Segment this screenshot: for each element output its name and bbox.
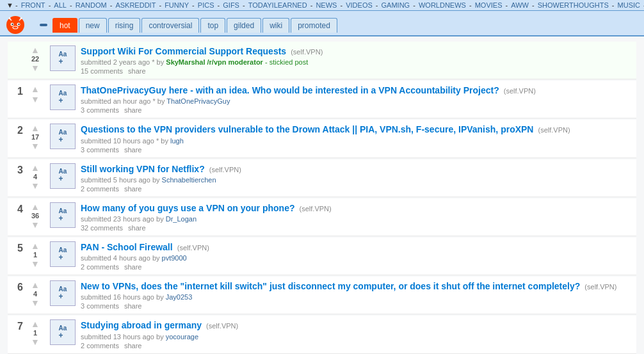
tab-hot[interactable]: hot bbox=[52, 18, 77, 33]
topnav-link-videos[interactable]: VIDEOS bbox=[346, 1, 373, 9]
post-title[interactable]: How many of you guys use a VPN on your p… bbox=[81, 203, 294, 213]
post-actions: 15 commentsshare bbox=[81, 67, 634, 75]
post-thumbnail: Aa+ bbox=[50, 202, 76, 228]
upvote-button[interactable]: ▲ bbox=[31, 124, 40, 133]
author-link[interactable]: yocourage bbox=[166, 333, 198, 341]
downvote-button[interactable]: ▼ bbox=[31, 259, 40, 268]
post-title[interactable]: Still working VPN for Netflix? bbox=[81, 164, 205, 174]
share-link[interactable]: share bbox=[124, 263, 142, 271]
topnav-link-movies[interactable]: MOVIES bbox=[475, 1, 503, 9]
downvote-button[interactable]: ▼ bbox=[31, 220, 40, 229]
top-navigation: ▼ - FRONT - ALL - RANDOM - ASKREDDIT - F… bbox=[0, 0, 644, 11]
post-domain: (self.VPN) bbox=[583, 283, 616, 291]
upvote-button[interactable]: ▲ bbox=[31, 163, 40, 172]
downvote-button[interactable]: ▼ bbox=[31, 141, 40, 150]
topnav-link-funny[interactable]: FUNNY bbox=[165, 1, 189, 9]
post-actions: 32 commentsshare bbox=[81, 224, 634, 232]
topnav-link-aww[interactable]: AWW bbox=[511, 1, 529, 9]
vote-count: 22 bbox=[31, 55, 39, 63]
topnav-link-music[interactable]: MUSIC bbox=[618, 1, 640, 9]
comments-link[interactable]: 2 comments bbox=[81, 185, 119, 193]
post-row: 1▲▼Aa+ThatOnePrivacyGuy here - with an i… bbox=[8, 81, 636, 118]
downvote-button[interactable]: ▼ bbox=[31, 298, 40, 307]
share-link[interactable]: share bbox=[124, 146, 142, 154]
comments-link[interactable]: 15 comments bbox=[81, 67, 123, 75]
topnav-link-all[interactable]: ALL bbox=[54, 1, 67, 9]
subreddit-tabs: hotnewrisingcontroversialtopgildedwikipr… bbox=[52, 18, 337, 33]
tab-controversial[interactable]: controversial bbox=[141, 18, 199, 33]
post-thumbnail: Aa+ bbox=[50, 241, 76, 267]
topnav-link-pics[interactable]: PICS bbox=[198, 1, 214, 9]
tab-top[interactable]: top bbox=[200, 18, 225, 33]
post-row: ▲22▼Aa+Support Wiki For Commercial Suppo… bbox=[8, 42, 636, 79]
share-link[interactable]: share bbox=[124, 185, 142, 193]
downvote-button[interactable]: ▼ bbox=[31, 337, 40, 346]
share-link[interactable]: share bbox=[124, 106, 142, 114]
tab-wiki[interactable]: wiki bbox=[262, 18, 289, 33]
author-link[interactable]: Jay0253 bbox=[166, 293, 193, 301]
share-link[interactable]: share bbox=[128, 67, 146, 75]
topnav-link-gaming[interactable]: GAMING bbox=[382, 1, 410, 9]
post-title[interactable]: Questions to the VPN providers vulnerabl… bbox=[81, 124, 533, 134]
upvote-button[interactable]: ▲ bbox=[31, 241, 40, 250]
nav-separator: - bbox=[641, 1, 644, 9]
tab-new[interactable]: new bbox=[79, 18, 107, 33]
author-link[interactable]: ThatOnePrivacyGuy bbox=[166, 97, 230, 105]
post-row: 4▲36▼Aa+How many of you guys use a VPN o… bbox=[8, 198, 636, 236]
post-content: How many of you guys use a VPN on your p… bbox=[81, 202, 634, 232]
post-rank: 6 bbox=[10, 280, 23, 293]
post-rank: 7 bbox=[10, 319, 23, 332]
post-actions: 3 commentsshare bbox=[81, 106, 634, 114]
comments-link[interactable]: 3 comments bbox=[81, 302, 119, 310]
downvote-button[interactable]: ▼ bbox=[31, 181, 40, 190]
comments-link[interactable]: 2 comments bbox=[81, 342, 119, 350]
author-link[interactable]: Schnabeltierchen bbox=[162, 176, 216, 184]
svg-point-4 bbox=[18, 24, 19, 25]
topnav-link-gifs[interactable]: GIFS bbox=[223, 1, 239, 9]
vote-column: ▲22▼ bbox=[26, 45, 45, 72]
topnav-link-worldnews[interactable]: WORLDNEWS bbox=[419, 1, 466, 9]
post-meta: submitted 2 years ago * by SkyMarshal /r… bbox=[81, 58, 634, 66]
topnav-link-todayilearned[interactable]: TODAYILEARNED bbox=[248, 1, 307, 9]
topnav-link-askreddit[interactable]: ASKREDDIT bbox=[115, 1, 156, 9]
share-link[interactable]: share bbox=[124, 302, 142, 310]
upvote-button[interactable]: ▲ bbox=[31, 202, 40, 211]
comments-link[interactable]: 32 comments bbox=[81, 224, 123, 232]
topnav-link-front[interactable]: FRONT bbox=[21, 1, 45, 9]
comments-link[interactable]: 3 comments bbox=[81, 146, 119, 154]
topnav-link-news[interactable]: NEWS bbox=[316, 1, 337, 9]
post-title[interactable]: PAN - School Firewall bbox=[81, 242, 173, 252]
share-link[interactable]: share bbox=[124, 342, 142, 350]
author-link[interactable]: SkyMarshal /r/vpn moderator bbox=[166, 58, 263, 66]
upvote-button[interactable]: ▲ bbox=[31, 45, 40, 54]
nav-separator: - bbox=[241, 1, 247, 9]
logo-area bbox=[5, 15, 28, 35]
author-link[interactable]: lugh bbox=[170, 137, 184, 145]
post-title[interactable]: Support Wiki For Commercial Support Requ… bbox=[81, 46, 286, 56]
nav-separator: - bbox=[190, 1, 197, 9]
upvote-button[interactable]: ▲ bbox=[31, 280, 40, 289]
downvote-button[interactable]: ▼ bbox=[31, 63, 40, 72]
topnav-link-showerthoughts[interactable]: SHOWERTHOUGHTS bbox=[538, 1, 609, 9]
nav-separator: - bbox=[374, 1, 380, 9]
share-link[interactable]: share bbox=[128, 224, 146, 232]
tab-gilded[interactable]: gilded bbox=[227, 18, 261, 33]
tab-rising[interactable]: rising bbox=[108, 18, 141, 33]
post-row: 7▲1▼Aa+Studying abroad in germany (self.… bbox=[8, 316, 636, 353]
downvote-button[interactable]: ▼ bbox=[31, 95, 40, 104]
post-meta: submitted 16 hours ago by Jay0253 bbox=[81, 293, 634, 301]
comments-link[interactable]: 3 comments bbox=[81, 106, 119, 114]
post-title[interactable]: ThatOnePrivacyGuy here - with an idea. W… bbox=[81, 85, 499, 95]
author-link[interactable]: pvt9000 bbox=[162, 254, 187, 262]
upvote-button[interactable]: ▲ bbox=[31, 319, 40, 328]
post-title[interactable]: Studying abroad in germany bbox=[81, 320, 202, 330]
post-title[interactable]: New to VPNs, does the "internet kill swi… bbox=[81, 281, 580, 291]
topnav-link-random[interactable]: RANDOM bbox=[76, 1, 107, 9]
tab-promoted[interactable]: promoted bbox=[291, 18, 337, 33]
post-content: PAN - School Firewall (self.VPN)submitte… bbox=[81, 241, 634, 271]
upvote-button[interactable]: ▲ bbox=[31, 84, 40, 93]
comments-link[interactable]: 2 comments bbox=[81, 263, 119, 271]
post-row: 6▲4▼Aa+New to VPNs, does the "internet k… bbox=[8, 277, 636, 314]
author-link[interactable]: Dr_Logan bbox=[166, 215, 197, 223]
post-actions: 3 commentsshare bbox=[81, 302, 634, 310]
